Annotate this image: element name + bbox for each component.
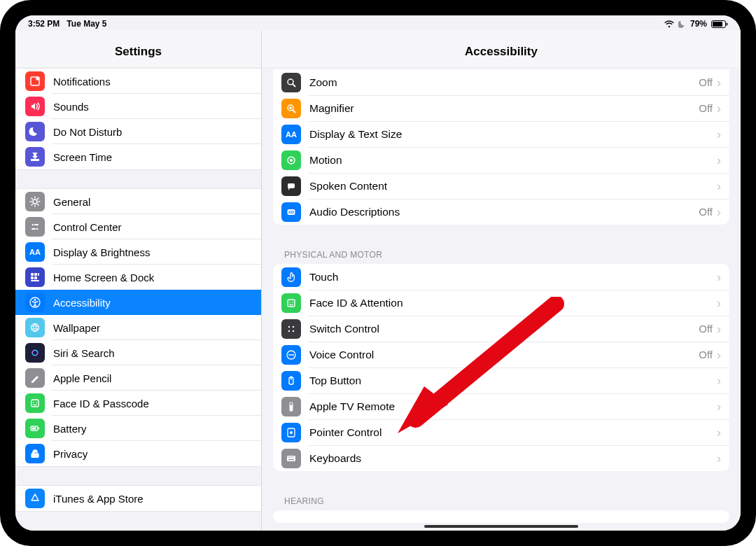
sidebar-item-label: Battery: [53, 423, 87, 435]
sidebar-item-label: Control Center: [53, 221, 122, 233]
sidebar-item-label: Notifications: [53, 76, 111, 88]
faceid-icon: [25, 393, 45, 413]
keyboard-icon: [281, 449, 301, 468]
sidebar-item-privacy[interactable]: Privacy: [15, 441, 261, 466]
row-label: Audio Descriptions: [309, 206, 699, 218]
row-value: Off: [699, 206, 713, 218]
row-apple-tv-remote[interactable]: Apple TV Remote›: [273, 393, 729, 419]
chevron-right-icon: ›: [717, 374, 721, 387]
row-motion[interactable]: Motion›: [273, 147, 729, 173]
chevron-right-icon: ›: [717, 349, 721, 361]
sidebar-item-display-brightness[interactable]: AADisplay & Brightness: [15, 239, 261, 265]
row-label: Magnifier: [309, 102, 699, 115]
row-label: Voice Control: [309, 349, 699, 361]
row-pointer-control[interactable]: Pointer Control›: [273, 419, 729, 445]
row-keyboards[interactable]: Keyboards›: [273, 445, 729, 471]
sidebar-item-label: Privacy: [53, 448, 88, 460]
row-audio-descriptions[interactable]: ADAudio DescriptionsOff›: [273, 199, 729, 225]
sidebar-item-general[interactable]: General: [15, 189, 261, 214]
screentime-icon: [25, 147, 45, 167]
svg-rect-17: [31, 280, 39, 281]
switch-icon: [281, 319, 301, 339]
appstore-icon: [25, 489, 45, 508]
sidebar-item-notifications[interactable]: Notifications: [15, 69, 261, 94]
svg-rect-15: [31, 276, 34, 279]
svg-point-19: [34, 299, 36, 301]
chevron-right-icon: ›: [717, 323, 721, 335]
sidebar-item-wallpaper[interactable]: Wallpaper: [15, 315, 261, 340]
svg-rect-12: [31, 273, 34, 276]
section-header-physical: Physical and Motor: [262, 240, 741, 264]
row-touch[interactable]: Touch›: [273, 264, 729, 290]
battery-percent: 79%: [690, 19, 707, 29]
textsize-icon: AA: [281, 125, 301, 144]
svg-point-49: [293, 330, 294, 331]
sidebar-item-siri-search[interactable]: Siri & Search: [15, 340, 261, 365]
battery-icon: [711, 20, 728, 28]
dnd-moon-icon: [678, 20, 686, 28]
svg-rect-14: [38, 273, 39, 276]
row-label: Top Button: [309, 374, 717, 387]
settings-sidebar: Settings NotificationsSoundsDo Not Distu…: [15, 31, 262, 531]
sidebar-item-do-not-disturb[interactable]: Do Not Disturb: [15, 119, 261, 144]
row-display-text-size[interactable]: AADisplay & Text Size›: [273, 121, 729, 147]
sidebar-item-face-id-passcode[interactable]: Face ID & Passcode: [15, 391, 261, 416]
svg-point-45: [292, 302, 293, 303]
svg-rect-24: [31, 400, 38, 407]
svg-point-39: [290, 159, 293, 162]
row-label: Apple TV Remote: [309, 400, 717, 413]
siri-icon: [25, 343, 45, 363]
magnifier-icon: [281, 99, 301, 118]
row-spoken-content[interactable]: Spoken Content›: [273, 173, 729, 199]
sidebar-item-home-screen-dock[interactable]: Home Screen & Dock: [15, 265, 261, 290]
row-voice-control[interactable]: Voice ControlOff›: [273, 342, 729, 368]
svg-point-9: [36, 228, 38, 230]
row-face-id-attention[interactable]: Face ID & Attention›: [273, 290, 729, 316]
sidebar-item-screen-time[interactable]: Screen Time: [15, 144, 261, 169]
sidebar-scroll[interactable]: NotificationsSoundsDo Not DisturbScreen …: [15, 68, 261, 531]
detail-scroll[interactable]: ZoomOff›MagnifierOff›AADisplay & Text Si…: [262, 68, 741, 531]
row-top-button[interactable]: Top Button›: [273, 368, 729, 393]
row-magnifier[interactable]: MagnifierOff›: [273, 95, 729, 121]
row-label: Keyboards: [309, 452, 717, 465]
svg-text:AD: AD: [288, 210, 295, 214]
chevron-right-icon: ›: [717, 400, 721, 413]
row-zoom[interactable]: ZoomOff›: [273, 69, 729, 95]
faceid2-icon: [281, 293, 301, 313]
svg-rect-60: [290, 456, 291, 457]
sidebar-item-itunes-app-store[interactable]: iTunes & App Store: [15, 486, 261, 511]
sidebar-item-label: iTunes & App Store: [53, 493, 144, 505]
svg-rect-40: [288, 183, 295, 188]
row-switch-control[interactable]: Switch ControlOff›: [273, 316, 729, 342]
sidebar-item-control-center[interactable]: Control Center: [15, 214, 261, 239]
svg-rect-2: [727, 22, 728, 25]
topbutton-icon: [281, 371, 301, 391]
svg-rect-62: [293, 456, 293, 457]
svg-rect-10: [31, 228, 36, 230]
svg-rect-28: [38, 428, 40, 430]
svg-rect-8: [34, 224, 38, 225]
sidebar-item-label: Siri & Search: [53, 347, 115, 359]
svg-rect-16: [34, 276, 37, 279]
svg-rect-1: [713, 22, 722, 27]
sidebar-item-accessibility[interactable]: Accessibility: [15, 290, 261, 315]
sidebar-item-label: Wallpaper: [53, 322, 100, 334]
sidebar-item-label: Sounds: [53, 101, 89, 113]
svg-rect-59: [289, 456, 290, 457]
motion-icon: [281, 150, 301, 170]
status-time: 3:52 PM: [28, 19, 59, 29]
svg-point-4: [36, 77, 38, 80]
audiodesc-icon: AD: [281, 202, 301, 222]
sidebar-item-label: Home Screen & Dock: [53, 272, 154, 284]
svg-rect-57: [287, 456, 295, 461]
sidebar-item-apple-pencil[interactable]: Apple Pencil: [15, 365, 261, 391]
sidebar-item-battery[interactable]: Battery: [15, 416, 261, 441]
ipad-screen: 3:52 PM Tue May 5 79% Settings: [15, 15, 741, 531]
row-label: Switch Control: [309, 323, 699, 335]
svg-rect-63: [288, 459, 294, 460]
chevron-right-icon: ›: [717, 76, 721, 89]
sidebar-item-sounds[interactable]: Sounds: [15, 94, 261, 119]
sidebar-item-label: Do Not Disturb: [53, 126, 122, 138]
battery-icon: [25, 419, 45, 438]
svg-point-56: [290, 431, 293, 434]
